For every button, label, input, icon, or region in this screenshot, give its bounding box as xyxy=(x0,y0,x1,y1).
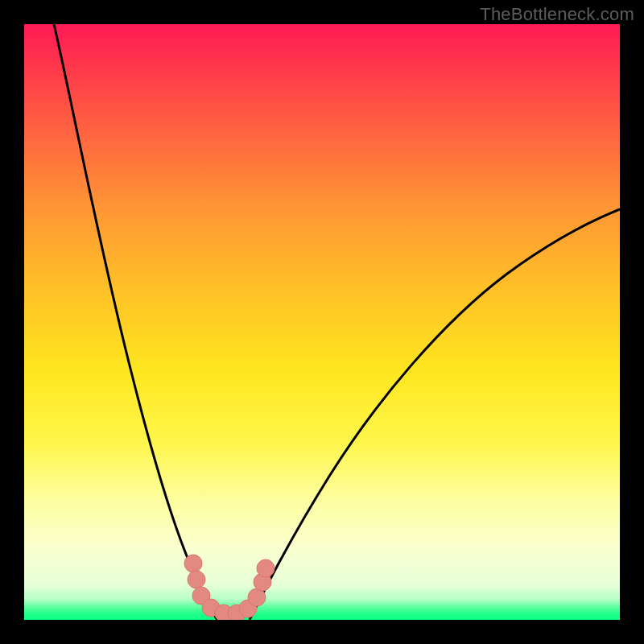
chart-container: TheBottleneck.com xyxy=(0,0,644,644)
curve-layer xyxy=(24,24,620,620)
plot-area xyxy=(24,24,620,620)
svg-point-1 xyxy=(188,571,205,588)
watermark-text: TheBottleneck.com xyxy=(480,4,634,25)
svg-point-0 xyxy=(184,555,202,572)
right-curve xyxy=(250,209,620,620)
left-curve xyxy=(54,24,217,620)
marker-cluster xyxy=(184,555,275,620)
svg-point-9 xyxy=(257,559,275,577)
